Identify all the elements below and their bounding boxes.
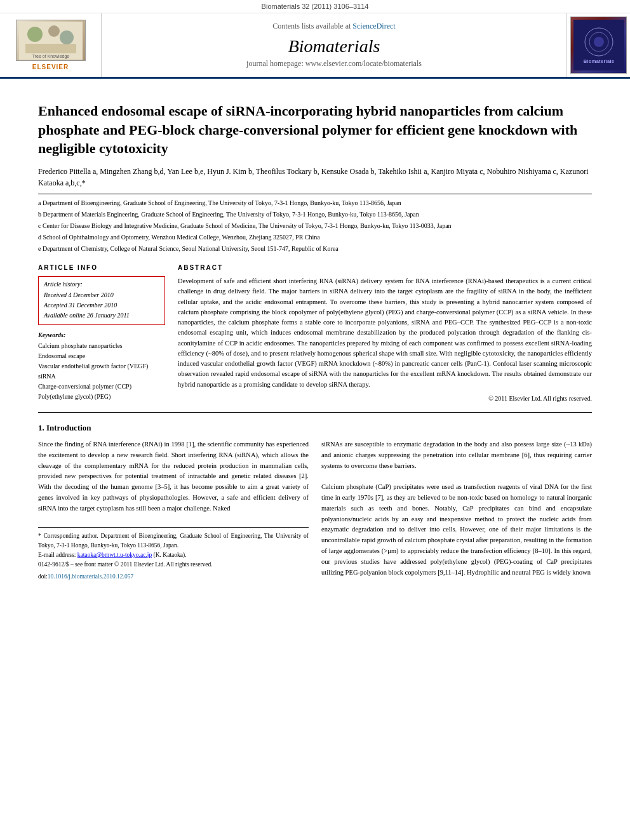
received-date: Received 4 December 2010 — [44, 290, 159, 300]
svg-point-3 — [60, 30, 74, 44]
elsevier-logo-image: Tree of Knowledge — [16, 20, 86, 61]
main-content: Enhanced endosomal escape of siRNA-incor… — [0, 79, 630, 595]
keywords-text: Calcium phosphate nanoparticlesEndosomal… — [38, 341, 165, 402]
keywords-section: Keywords: Calcium phosphate nanoparticle… — [38, 331, 165, 402]
doi-link[interactable]: 10.1016/j.biomaterials.2010.12.057 — [48, 573, 133, 580]
science-direct-link[interactable]: ScienceDirect — [352, 22, 395, 30]
affiliation-e: e Department of Chemistry, College of Na… — [38, 244, 592, 254]
article-history-box: Article history: Received 4 December 201… — [38, 276, 165, 325]
publisher-logo-area: Tree of Knowledge ELSEVIER — [0, 13, 102, 77]
intro-right-text: siRNAs are susceptible to enzymatic degr… — [321, 439, 592, 471]
copyright-line: © 2011 Elsevier Ltd. All rights reserved… — [178, 395, 592, 402]
svg-point-1 — [27, 27, 43, 42]
journal-title: Biomaterials — [288, 36, 380, 57]
svg-text:Biomaterials: Biomaterials — [583, 58, 614, 64]
affiliation-d: d School of Ophthalmology and Optometry,… — [38, 232, 592, 243]
intro-right-column: siRNAs are susceptible to enzymatic degr… — [321, 439, 592, 582]
elsevier-logo: Tree of Knowledge ELSEVIER — [16, 20, 86, 70]
corresponding-author-note: * Corresponding author. Department of Bi… — [38, 531, 309, 550]
journal-header: Tree of Knowledge ELSEVIER Contents list… — [0, 13, 630, 79]
email-link[interactable]: kataoka@bmwt.t.u-tokyo.ac.jp — [77, 552, 152, 558]
abstract-heading: ABSTRACT — [178, 264, 592, 271]
affiliation-a: a Department of Bioengineering, Graduate… — [38, 198, 592, 208]
intro-left-column: Since the finding of RNA interference (R… — [38, 439, 309, 582]
email-person: (K. Kataoka). — [154, 552, 187, 558]
introduction-heading: 1. Introduction — [38, 423, 592, 433]
citation-text: Biomaterials 32 (2011) 3106–3114 — [262, 3, 369, 10]
authors-line: Frederico Pittella a, Mingzhen Zhang b,d… — [38, 166, 592, 189]
elsevier-label: ELSEVIER — [32, 63, 69, 70]
abstract-column: ABSTRACT Development of safe and efficie… — [178, 264, 592, 402]
article-info-heading: ARTICLE INFO — [38, 264, 165, 271]
section-title: Introduction — [46, 423, 91, 432]
journal-logo-area: Biomaterials — [566, 13, 630, 77]
abstract-text: Development of safe and efficient short … — [178, 276, 592, 390]
keywords-heading: Keywords: — [38, 331, 165, 338]
email-label: E-mail address: — [38, 552, 77, 558]
section-number: 1. — [38, 423, 44, 432]
introduction-columns: Since the finding of RNA interference (R… — [38, 439, 592, 582]
intro-right-cap-paragraph: Calcium phosphate (CaP) precipitates wer… — [321, 482, 592, 578]
accepted-date: Accepted 31 December 2010 — [44, 300, 159, 310]
doi-line: doi:10.1016/j.biomaterials.2010.12.057 — [38, 572, 309, 582]
svg-text:Tree of Knowledge: Tree of Knowledge — [32, 54, 69, 59]
affiliation-c: c Center for Disease Biology and Integra… — [38, 221, 592, 231]
article-info-column: ARTICLE INFO Article history: Received 4… — [38, 264, 165, 402]
available-date: Available online 26 January 2011 — [44, 310, 159, 321]
svg-point-9 — [594, 37, 604, 47]
section-divider — [38, 412, 592, 413]
issn-line: 0142-9612/$ – see front matter © 2011 El… — [38, 560, 309, 570]
article-title: Enhanced endosomal escape of siRNA-incor… — [38, 102, 592, 158]
journal-homepage: journal homepage: www.elsevier.com/locat… — [246, 59, 422, 69]
affiliation-b: b Department of Materials Engineering, G… — [38, 210, 592, 220]
email-note: E-mail address: kataoka@bmwt.t.u-tokyo.a… — [38, 550, 309, 560]
affiliations-section: a Department of Bioengineering, Graduate… — [38, 194, 592, 254]
history-title: Article history: — [44, 281, 159, 288]
journal-title-area: Contents lists available at ScienceDirec… — [102, 13, 566, 77]
science-direct-line: Contents lists available at ScienceDirec… — [272, 22, 395, 31]
svg-point-2 — [48, 25, 60, 37]
biomaterials-logo: Biomaterials — [570, 17, 627, 74]
article-info-abstract-section: ARTICLE INFO Article history: Received 4… — [38, 264, 592, 402]
citation-bar: Biomaterials 32 (2011) 3106–3114 — [0, 0, 630, 13]
authors-text: Frederico Pittella a, Mingzhen Zhang b,d… — [38, 167, 588, 187]
intro-left-text: Since the finding of RNA interference (R… — [38, 439, 309, 514]
footnotes: * Corresponding author. Department of Bi… — [38, 527, 309, 582]
svg-rect-4 — [25, 44, 76, 53]
